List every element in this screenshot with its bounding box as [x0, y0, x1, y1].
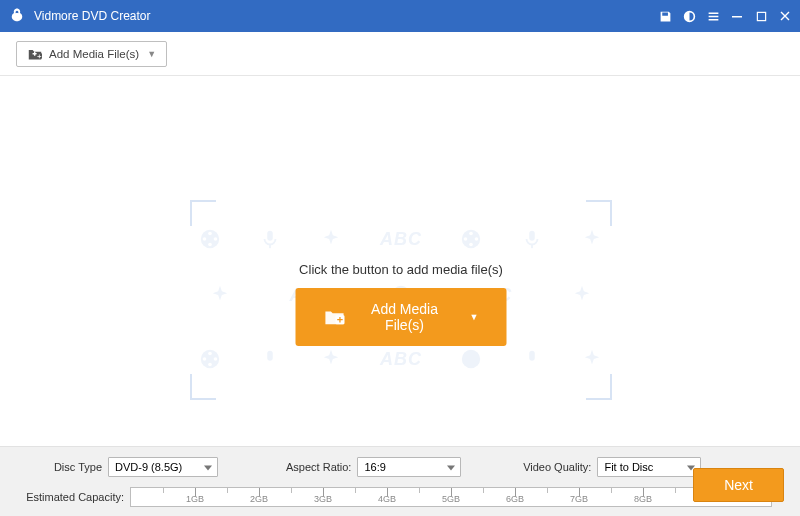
ruler-minor-tick — [419, 488, 420, 493]
ruler-minor-tick — [611, 488, 612, 493]
dropzone-corner — [190, 200, 216, 226]
titlebar: Vidmore DVD Creator — [0, 0, 800, 32]
svg-point-6 — [208, 243, 212, 247]
add-file-icon — [324, 307, 344, 327]
svg-rect-25 — [529, 351, 535, 361]
estimated-capacity-label: Estimated Capacity: — [16, 491, 124, 503]
ruler-minor-tick — [483, 488, 484, 493]
svg-rect-0 — [732, 16, 742, 18]
disc-type-select-input[interactable]: DVD-9 (8.5G) — [108, 457, 218, 477]
microphone-icon — [521, 348, 543, 370]
disc-type-select[interactable]: DVD-9 (8.5G) — [108, 457, 218, 477]
film-reel-icon — [460, 348, 482, 370]
svg-point-11 — [469, 232, 473, 236]
menu-icon[interactable] — [706, 9, 720, 23]
svg-point-20 — [214, 357, 218, 361]
svg-point-5 — [214, 237, 218, 241]
video-quality-select[interactable]: Fit to Disc — [597, 457, 701, 477]
settings-row: Disc Type DVD-9 (8.5G) Aspect Ratio: 16:… — [16, 457, 784, 477]
add-media-button-top[interactable]: Add Media File(s) ▼ — [16, 41, 167, 67]
dropzone-hint: Click the button to add media file(s) — [190, 262, 612, 277]
ruler-tick-label: 2GB — [250, 494, 268, 504]
dropzone-corner — [586, 374, 612, 400]
save-icon[interactable] — [658, 9, 672, 23]
sparkle-icon — [581, 228, 603, 250]
ruler-minor-tick — [227, 488, 228, 493]
close-button[interactable] — [778, 9, 792, 23]
dropzone-corner — [586, 200, 612, 226]
ruler-minor-tick — [675, 488, 676, 493]
sparkle-icon — [209, 284, 231, 306]
next-button[interactable]: Next — [693, 468, 784, 502]
microphone-icon — [521, 228, 543, 250]
film-reel-icon — [199, 348, 221, 370]
svg-point-10 — [462, 230, 480, 248]
ruler-minor-tick — [547, 488, 548, 493]
ruler-tick-label: 4GB — [378, 494, 396, 504]
svg-rect-1 — [757, 12, 765, 20]
video-quality-select-input[interactable]: Fit to Disc — [597, 457, 701, 477]
svg-point-18 — [201, 350, 219, 368]
ruler-tick-label: 5GB — [442, 494, 460, 504]
app-logo-icon — [8, 7, 26, 25]
aspect-ratio-select-input[interactable]: 16:9 — [357, 457, 461, 477]
chevron-down-icon: ▼ — [147, 49, 156, 59]
svg-rect-16 — [531, 245, 533, 249]
svg-point-12 — [475, 237, 479, 241]
svg-rect-8 — [268, 231, 274, 241]
svg-rect-15 — [529, 231, 535, 241]
maximize-button[interactable] — [754, 9, 768, 23]
minimize-button[interactable] — [730, 9, 744, 23]
add-file-icon — [27, 47, 43, 61]
dropzone[interactable]: ABC ABC ABC ABC Click t — [190, 200, 612, 400]
capacity-ruler: 1GB2GB3GB4GB5GB6GB7GB8GB9GB — [130, 487, 772, 507]
film-reel-icon — [460, 228, 482, 250]
dropzone-corner — [190, 374, 216, 400]
svg-point-21 — [208, 363, 212, 367]
add-media-button-top-label: Add Media File(s) — [49, 48, 139, 60]
video-quality-label: Video Quality: — [517, 461, 591, 473]
ruler-tick-label: 7GB — [570, 494, 588, 504]
window-buttons — [658, 9, 792, 23]
theme-icon[interactable] — [682, 9, 696, 23]
aspect-ratio-label: Aspect Ratio: — [286, 461, 351, 473]
add-media-button-main[interactable]: Add Media File(s) ▼ — [296, 288, 507, 346]
sparkle-icon — [581, 348, 603, 370]
svg-point-22 — [203, 357, 207, 361]
ruler-minor-tick — [291, 488, 292, 493]
sparkle-icon — [320, 228, 342, 250]
app-title: Vidmore DVD Creator — [34, 9, 658, 23]
sparkle-icon — [320, 348, 342, 370]
ruler-tick-label: 3GB — [314, 494, 332, 504]
svg-point-13 — [469, 243, 473, 247]
svg-point-24 — [462, 350, 480, 368]
main-area: ABC ABC ABC ABC Click t — [0, 76, 800, 446]
svg-point-19 — [208, 352, 212, 356]
add-media-button-main-label: Add Media File(s) — [356, 301, 454, 333]
chevron-down-icon: ▼ — [470, 312, 479, 322]
toolbar: Add Media File(s) ▼ — [0, 32, 800, 76]
film-reel-icon — [199, 228, 221, 250]
svg-rect-23 — [268, 351, 274, 361]
ruler-minor-tick — [355, 488, 356, 493]
svg-rect-9 — [270, 245, 272, 249]
disc-type-label: Disc Type — [16, 461, 102, 473]
microphone-icon — [259, 348, 281, 370]
bottom-panel: Disc Type DVD-9 (8.5G) Aspect Ratio: 16:… — [0, 446, 800, 516]
svg-point-14 — [464, 237, 468, 241]
capacity-row: Estimated Capacity: 1GB2GB3GB4GB5GB6GB7G… — [16, 487, 784, 507]
svg-point-3 — [201, 230, 219, 248]
svg-point-7 — [203, 237, 207, 241]
ruler-minor-tick — [163, 488, 164, 493]
svg-point-4 — [208, 232, 212, 236]
microphone-icon — [259, 228, 281, 250]
ruler-tick-label: 8GB — [634, 494, 652, 504]
sparkle-icon — [571, 284, 593, 306]
ruler-tick-label: 6GB — [506, 494, 524, 504]
ruler-tick-label: 1GB — [186, 494, 204, 504]
aspect-ratio-select[interactable]: 16:9 — [357, 457, 461, 477]
